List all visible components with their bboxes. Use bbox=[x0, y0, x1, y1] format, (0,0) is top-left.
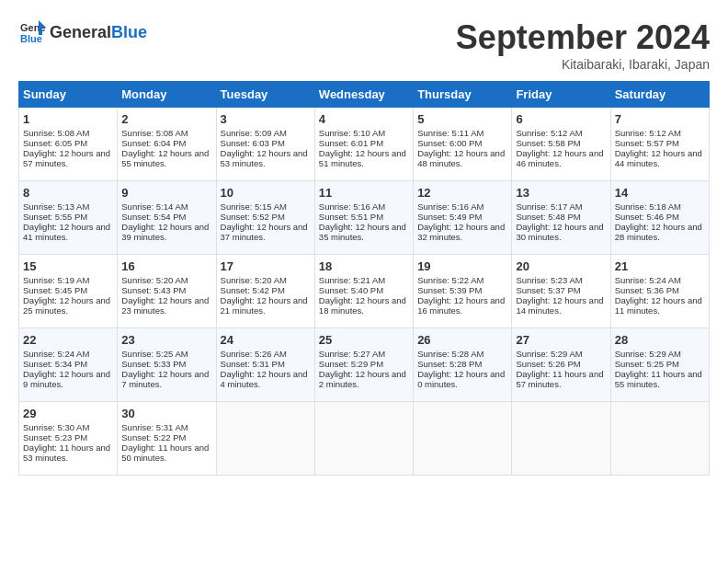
day-number: 15 bbox=[23, 259, 113, 273]
sunrise: Sunrise: 5:09 AM bbox=[221, 128, 287, 138]
day-number: 10 bbox=[221, 186, 311, 200]
header-sunday: Sunday bbox=[19, 82, 118, 108]
table-row: 3Sunrise: 5:09 AMSunset: 6:03 PMDaylight… bbox=[216, 108, 314, 181]
header-row: Sunday Monday Tuesday Wednesday Thursday… bbox=[19, 82, 710, 108]
table-row: 16Sunrise: 5:20 AMSunset: 5:43 PMDayligh… bbox=[118, 255, 216, 328]
sunrise: Sunrise: 5:29 AM bbox=[615, 349, 681, 359]
day-number: 22 bbox=[23, 333, 113, 347]
table-row: 9Sunrise: 5:14 AMSunset: 5:54 PMDaylight… bbox=[118, 181, 216, 255]
sunset: Sunset: 6:05 PM bbox=[23, 138, 87, 148]
sunset: Sunset: 5:46 PM bbox=[615, 212, 679, 222]
day-number: 12 bbox=[417, 186, 507, 200]
table-row: 2Sunrise: 5:08 AMSunset: 6:04 PMDaylight… bbox=[118, 108, 216, 181]
daylight: Daylight: 12 hours and 9 minutes. bbox=[23, 369, 110, 389]
day-number: 7 bbox=[615, 112, 705, 126]
calendar-week-3: 15Sunrise: 5:19 AMSunset: 5:45 PMDayligh… bbox=[19, 255, 710, 328]
day-number: 21 bbox=[615, 259, 705, 273]
daylight: Daylight: 12 hours and 35 minutes. bbox=[319, 222, 406, 242]
header-saturday: Saturday bbox=[610, 82, 709, 108]
sunset: Sunset: 5:58 PM bbox=[516, 138, 580, 148]
sunset: Sunset: 5:48 PM bbox=[516, 212, 580, 222]
daylight: Daylight: 12 hours and 44 minutes. bbox=[615, 148, 702, 168]
day-number: 27 bbox=[516, 333, 606, 347]
daylight: Daylight: 12 hours and 48 minutes. bbox=[417, 148, 505, 168]
sunset: Sunset: 5:33 PM bbox=[121, 359, 186, 369]
daylight: Daylight: 12 hours and 28 minutes. bbox=[615, 222, 702, 242]
sunrise: Sunrise: 5:30 AM bbox=[23, 422, 89, 432]
sunrise: Sunrise: 5:13 AM bbox=[23, 201, 89, 212]
calendar-table: Sunday Monday Tuesday Wednesday Thursday… bbox=[18, 81, 710, 476]
table-row bbox=[610, 402, 709, 476]
sunrise: Sunrise: 5:25 AM bbox=[121, 349, 188, 359]
table-row: 10Sunrise: 5:15 AMSunset: 5:52 PMDayligh… bbox=[216, 181, 314, 255]
logo-icon: General Blue bbox=[18, 18, 46, 46]
table-row: 18Sunrise: 5:21 AMSunset: 5:40 PMDayligh… bbox=[314, 255, 413, 328]
daylight: Daylight: 12 hours and 37 minutes. bbox=[221, 222, 308, 242]
table-row: 15Sunrise: 5:19 AMSunset: 5:45 PMDayligh… bbox=[19, 255, 118, 328]
day-number: 6 bbox=[516, 112, 606, 126]
daylight: Daylight: 12 hours and 11 minutes. bbox=[615, 295, 702, 316]
table-row: 14Sunrise: 5:18 AMSunset: 5:46 PMDayligh… bbox=[610, 181, 709, 255]
sunset: Sunset: 5:36 PM bbox=[615, 285, 679, 295]
header-friday: Friday bbox=[512, 82, 610, 108]
day-number: 17 bbox=[221, 259, 311, 273]
daylight: Daylight: 12 hours and 23 minutes. bbox=[121, 295, 209, 316]
day-number: 26 bbox=[417, 333, 507, 347]
logo-text-blue: Blue bbox=[111, 23, 147, 42]
sunset: Sunset: 6:01 PM bbox=[319, 138, 383, 148]
day-number: 13 bbox=[516, 186, 606, 200]
day-number: 5 bbox=[417, 112, 507, 126]
sunset: Sunset: 5:23 PM bbox=[23, 432, 87, 442]
table-row: 25Sunrise: 5:27 AMSunset: 5:29 PMDayligh… bbox=[314, 328, 413, 402]
sunset: Sunset: 5:52 PM bbox=[221, 212, 285, 222]
sunset: Sunset: 5:54 PM bbox=[121, 212, 186, 222]
day-number: 8 bbox=[23, 186, 113, 200]
day-number: 4 bbox=[319, 112, 409, 126]
calendar-week-2: 8Sunrise: 5:13 AMSunset: 5:55 PMDaylight… bbox=[19, 181, 710, 255]
sunrise: Sunrise: 5:24 AM bbox=[23, 349, 89, 359]
daylight: Daylight: 11 hours and 53 minutes. bbox=[23, 442, 110, 463]
table-row: 17Sunrise: 5:20 AMSunset: 5:42 PMDayligh… bbox=[216, 255, 314, 328]
day-number: 30 bbox=[121, 407, 211, 420]
page-header: General Blue GeneralBlue September 2024 … bbox=[18, 18, 710, 72]
day-number: 18 bbox=[319, 259, 409, 273]
logo-text-general: General bbox=[50, 23, 111, 42]
calendar-week-5: 29Sunrise: 5:30 AMSunset: 5:23 PMDayligh… bbox=[19, 402, 710, 476]
sunrise: Sunrise: 5:22 AM bbox=[417, 275, 483, 285]
daylight: Daylight: 12 hours and 30 minutes. bbox=[516, 222, 603, 242]
table-row: 12Sunrise: 5:16 AMSunset: 5:49 PMDayligh… bbox=[414, 181, 512, 255]
table-row: 5Sunrise: 5:11 AMSunset: 6:00 PMDaylight… bbox=[414, 108, 512, 181]
sunrise: Sunrise: 5:16 AM bbox=[417, 201, 483, 212]
day-number: 24 bbox=[221, 333, 311, 347]
table-row: 4Sunrise: 5:10 AMSunset: 6:01 PMDaylight… bbox=[314, 108, 413, 181]
day-number: 19 bbox=[417, 259, 507, 273]
sunrise: Sunrise: 5:14 AM bbox=[121, 201, 188, 212]
daylight: Daylight: 12 hours and 46 minutes. bbox=[516, 148, 603, 168]
header-tuesday: Tuesday bbox=[216, 82, 314, 108]
table-row bbox=[414, 402, 512, 476]
sunset: Sunset: 5:51 PM bbox=[319, 212, 383, 222]
sunrise: Sunrise: 5:21 AM bbox=[319, 275, 385, 285]
sunrise: Sunrise: 5:28 AM bbox=[417, 349, 483, 359]
sunset: Sunset: 5:28 PM bbox=[417, 359, 482, 369]
sunset: Sunset: 5:29 PM bbox=[319, 359, 383, 369]
table-row: 11Sunrise: 5:16 AMSunset: 5:51 PMDayligh… bbox=[314, 181, 413, 255]
sunset: Sunset: 6:04 PM bbox=[121, 138, 186, 148]
sunset: Sunset: 5:25 PM bbox=[615, 359, 679, 369]
calendar-week-1: 1Sunrise: 5:08 AMSunset: 6:05 PMDaylight… bbox=[19, 108, 710, 181]
day-number: 25 bbox=[319, 333, 409, 347]
daylight: Daylight: 11 hours and 55 minutes. bbox=[615, 369, 702, 389]
sunrise: Sunrise: 5:15 AM bbox=[221, 201, 287, 212]
table-row bbox=[512, 402, 610, 476]
daylight: Daylight: 12 hours and 4 minutes. bbox=[221, 369, 308, 389]
sunrise: Sunrise: 5:24 AM bbox=[615, 275, 681, 285]
table-row: 8Sunrise: 5:13 AMSunset: 5:55 PMDaylight… bbox=[19, 181, 118, 255]
table-row: 21Sunrise: 5:24 AMSunset: 5:36 PMDayligh… bbox=[610, 255, 709, 328]
daylight: Daylight: 12 hours and 51 minutes. bbox=[319, 148, 406, 168]
sunset: Sunset: 5:39 PM bbox=[417, 285, 482, 295]
table-row: 23Sunrise: 5:25 AMSunset: 5:33 PMDayligh… bbox=[118, 328, 216, 402]
table-row: 30Sunrise: 5:31 AMSunset: 5:22 PMDayligh… bbox=[118, 402, 216, 476]
sunrise: Sunrise: 5:23 AM bbox=[516, 275, 582, 285]
daylight: Daylight: 12 hours and 39 minutes. bbox=[121, 222, 209, 242]
sunrise: Sunrise: 5:08 AM bbox=[23, 128, 89, 138]
